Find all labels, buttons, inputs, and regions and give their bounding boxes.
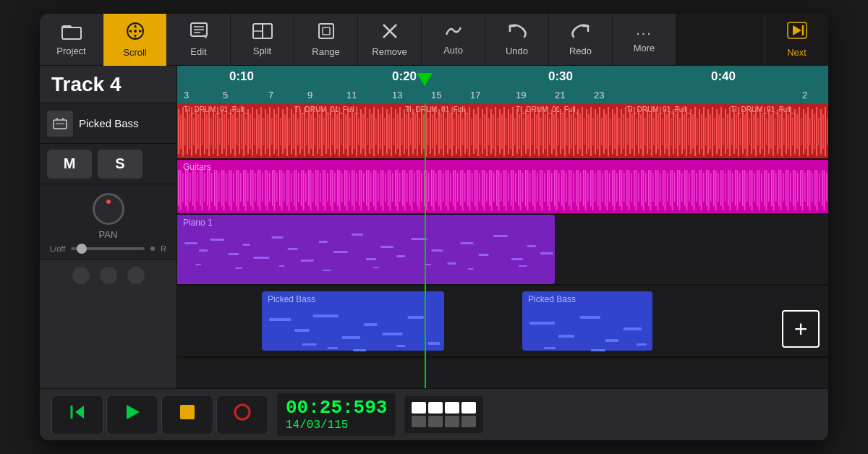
more-icon: ··· <box>636 25 652 40</box>
svg-rect-40 <box>272 236 284 239</box>
piano-notes <box>177 228 555 286</box>
mute-button[interactable]: M <box>47 150 92 179</box>
track-route-icon[interactable] <box>47 111 73 137</box>
track-title-bar: Track 4 <box>40 66 176 103</box>
edit-label: Edit <box>190 46 206 57</box>
beat-11: 11 <box>346 90 357 100</box>
svg-point-90 <box>235 405 250 419</box>
toolbar-btn-project[interactable]: Project <box>40 14 103 66</box>
svg-marker-5 <box>139 30 142 33</box>
svg-rect-60 <box>279 265 285 267</box>
svg-rect-59 <box>235 267 242 269</box>
guitar-waveform <box>177 160 828 215</box>
toolbar-btn-next[interactable]: Next <box>765 14 828 66</box>
svg-rect-69 <box>342 336 360 339</box>
svg-rect-63 <box>424 264 431 265</box>
svg-rect-54 <box>493 235 508 237</box>
undo-icon <box>507 22 527 43</box>
time-mark-010: 0:10 <box>229 69 254 84</box>
skip-start-button[interactable] <box>51 395 103 435</box>
bass-notes-2 <box>522 307 652 358</box>
ms-row: M S <box>40 144 176 184</box>
play-button[interactable] <box>106 395 158 435</box>
tempo-cell-1 <box>412 402 426 414</box>
time-display: 00:25:593 14/03/115 <box>277 393 396 436</box>
skip-start-icon <box>67 401 88 428</box>
tempo-cell-2 <box>428 402 443 414</box>
svg-rect-84 <box>591 349 605 351</box>
pan-area: PAN L/off R <box>40 184 176 260</box>
dot-btn-1[interactable] <box>72 267 90 284</box>
edit-icon <box>190 22 208 43</box>
svg-rect-76 <box>353 349 366 351</box>
svg-rect-57 <box>540 252 553 254</box>
toolbar-btn-undo[interactable]: Undo <box>485 14 549 66</box>
drum-waveform <box>177 103 828 160</box>
svg-rect-33 <box>177 170 828 215</box>
svg-rect-45 <box>352 234 363 236</box>
bass-clip-1[interactable]: Picked Bass <box>262 291 444 351</box>
split-label: Split <box>253 46 271 56</box>
redo-icon <box>571 22 591 43</box>
tempo-cell-7 <box>445 416 459 427</box>
toolbar: Project Scroll <box>40 14 828 66</box>
svg-rect-74 <box>302 343 316 346</box>
toolbar-btn-range[interactable]: Range <box>294 14 358 66</box>
pan-knob[interactable] <box>93 193 124 225</box>
dots-row <box>40 260 176 291</box>
toolbar-btn-edit[interactable]: Edit <box>167 14 231 66</box>
timeline-ruler[interactable]: 0:10 0:20 0:30 0:40 3 5 7 9 11 13 15 17 … <box>177 66 828 103</box>
remove-label: Remove <box>372 46 407 57</box>
pan-center-dot <box>150 247 155 251</box>
split-icon <box>252 22 273 43</box>
bass-clip-1-label: Picked Bass <box>268 294 315 304</box>
solo-button[interactable]: S <box>98 150 142 179</box>
add-track-button[interactable]: + <box>782 310 820 348</box>
project-label: Project <box>56 46 85 56</box>
record-button[interactable] <box>216 395 268 435</box>
svg-rect-83 <box>544 347 556 349</box>
svg-rect-82 <box>624 327 642 330</box>
pan-left-label: L/off <box>50 244 65 253</box>
svg-rect-65 <box>519 265 527 267</box>
range-label: Range <box>312 46 339 57</box>
left-panel: Track 4 Picked Bass M S <box>40 66 177 388</box>
dot-btn-2[interactable] <box>100 267 117 284</box>
svg-rect-37 <box>228 253 239 255</box>
piano-clip[interactable]: Piano 1 <box>177 215 555 284</box>
svg-rect-36 <box>210 239 224 241</box>
svg-rect-58 <box>195 264 201 265</box>
toolbar-btn-redo[interactable]: Redo <box>549 14 613 66</box>
dot-btn-3[interactable] <box>127 267 145 284</box>
svg-rect-85 <box>637 343 647 346</box>
bass-clip-2[interactable]: Picked Bass <box>522 291 652 351</box>
svg-rect-56 <box>527 245 536 247</box>
svg-marker-2 <box>134 24 137 27</box>
svg-rect-61 <box>323 270 331 271</box>
time-mark-020: 0:20 <box>392 69 417 84</box>
pan-slider-row: L/off R <box>47 244 169 253</box>
range-icon <box>317 22 336 43</box>
svg-rect-66 <box>269 318 291 321</box>
svg-rect-70 <box>364 323 377 326</box>
toolbar-btn-more[interactable]: ··· More <box>613 14 676 66</box>
svg-rect-80 <box>580 316 600 319</box>
toolbar-btn-auto[interactable]: Auto <box>422 14 485 66</box>
toolbar-btn-split[interactable]: Split <box>231 14 294 66</box>
undo-label: Undo <box>506 46 528 56</box>
pan-right-label: R <box>161 244 166 253</box>
toolbar-btn-remove[interactable]: Remove <box>358 14 422 66</box>
toolbar-btn-scroll[interactable]: Scroll <box>103 14 167 66</box>
time-mark-030: 0:30 <box>548 69 573 84</box>
svg-rect-53 <box>479 254 489 256</box>
beat-5: 5 <box>223 90 228 100</box>
track-lane-drum: TI_DRUM_01_Full_ TI_DRUM_01_Full_ TI_DRU… <box>177 103 828 160</box>
stop-button[interactable] <box>161 395 213 435</box>
svg-rect-14 <box>319 24 333 38</box>
auto-icon <box>444 23 463 42</box>
pan-slider[interactable] <box>71 247 145 250</box>
tempo-cell-4 <box>461 402 476 414</box>
beat-23: 23 <box>594 90 604 100</box>
time-sub: 14/03/115 <box>286 419 387 432</box>
track-lane-bass: Picked Bass <box>177 286 828 358</box>
